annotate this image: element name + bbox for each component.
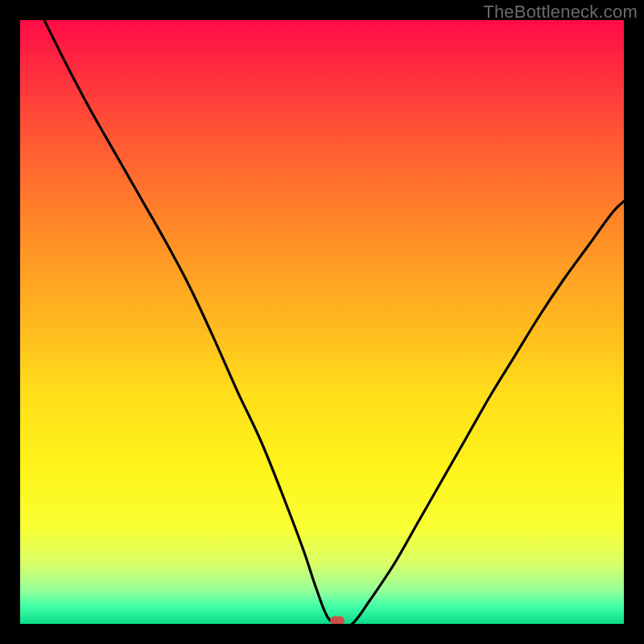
watermark-text: TheBottleneck.com bbox=[483, 2, 638, 23]
chart-frame: TheBottleneck.com bbox=[0, 0, 644, 644]
optimal-point-marker bbox=[330, 616, 345, 624]
chart-plot-area bbox=[20, 20, 624, 624]
bottleneck-curve bbox=[44, 20, 624, 624]
chart-svg bbox=[20, 20, 624, 624]
